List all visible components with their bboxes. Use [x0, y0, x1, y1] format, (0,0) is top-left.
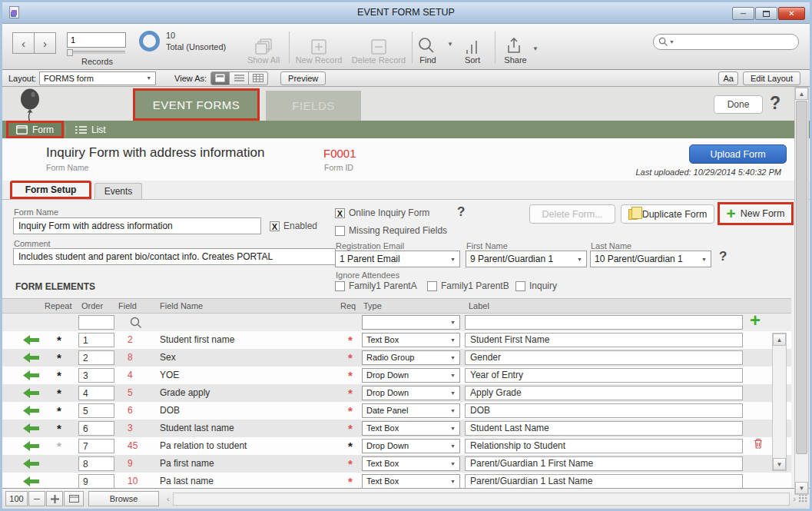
enabled-checkbox-row[interactable]: Enabled: [270, 221, 317, 231]
field-search-icon[interactable]: [130, 317, 142, 329]
move-element-arrow[interactable]: [21, 384, 41, 402]
type-dropdown[interactable]: Drop Down ▼: [362, 439, 460, 453]
ignore-inquiry-row[interactable]: Inquiry: [515, 280, 557, 291]
label-input[interactable]: Year of Entry: [465, 368, 743, 383]
minimize-button[interactable]: ─: [732, 7, 754, 20]
scrollbar-thumb[interactable]: [796, 101, 807, 454]
scroll-up-icon[interactable]: ▲: [773, 333, 786, 346]
quick-find-box[interactable]: ▼: [653, 34, 799, 50]
move-element-arrow[interactable]: [21, 420, 41, 437]
quick-find-input[interactable]: [674, 36, 798, 48]
names-help[interactable]: ?: [719, 249, 727, 264]
mode-selector[interactable]: Browse: [88, 491, 159, 506]
order-input[interactable]: [78, 350, 114, 365]
move-element-arrow[interactable]: [21, 331, 41, 349]
zoom-out-button[interactable]: ─: [28, 491, 45, 506]
record-slider[interactable]: [68, 51, 125, 54]
horizontal-scrollbar[interactable]: [173, 493, 790, 506]
ignore-family1-parenta-row[interactable]: Family1 ParentA: [335, 280, 417, 291]
format-text-button[interactable]: Aa: [718, 71, 737, 85]
delete-record-button[interactable]: Delete Record: [350, 31, 408, 65]
label-input[interactable]: Parent/Guardian 1 First Name: [465, 456, 743, 471]
move-element-arrow[interactable]: [21, 455, 41, 473]
label-input[interactable]: Relationship to Student: [465, 439, 743, 453]
help-button[interactable]: ?: [770, 93, 781, 114]
tab-form-setup[interactable]: Form Setup: [10, 181, 91, 199]
type-dropdown[interactable]: Date Panel ▼: [362, 403, 460, 418]
order-filter-input[interactable]: [78, 315, 114, 330]
duplicate-form-button[interactable]: Duplicate Form: [621, 204, 714, 224]
type-filter-dropdown[interactable]: ▼: [362, 315, 460, 330]
label-input[interactable]: Student First Name: [465, 333, 743, 347]
tab-events[interactable]: Events: [94, 183, 142, 199]
new-form-button[interactable]: + New Form: [718, 202, 794, 225]
maximize-button[interactable]: [755, 7, 777, 20]
previous-record-button[interactable]: ‹: [12, 32, 35, 54]
type-dropdown[interactable]: Text Box ▼: [362, 421, 460, 436]
move-element-arrow[interactable]: [21, 402, 41, 420]
last-name-dropdown[interactable]: 10 Parent/Guardian 1 ▼: [590, 251, 711, 267]
tab-event-forms[interactable]: EVENT FORMS: [133, 88, 260, 121]
online-inquiry-row[interactable]: Online Inquiry Form: [335, 207, 429, 218]
order-input[interactable]: [78, 456, 114, 471]
sort-button[interactable]: Sort: [457, 31, 488, 65]
list-view-button[interactable]: [230, 71, 249, 85]
form-view-button[interactable]: [210, 71, 230, 85]
type-dropdown[interactable]: Drop Down ▼: [362, 386, 460, 400]
preview-button[interactable]: Preview: [280, 71, 326, 85]
add-element-button[interactable]: +: [750, 314, 761, 327]
order-input[interactable]: [78, 386, 114, 400]
ignore-family1-parentb-row[interactable]: Family1 ParentB: [427, 280, 509, 291]
label-input[interactable]: Apply Grade: [465, 386, 743, 400]
scroll-left-icon[interactable]: ‹: [167, 494, 170, 503]
order-input[interactable]: [78, 368, 114, 383]
close-button[interactable]: ✕: [778, 7, 805, 20]
order-input[interactable]: [78, 421, 114, 436]
find-button[interactable]: Find: [413, 31, 443, 65]
family1-parenta-checkbox[interactable]: [335, 281, 345, 291]
resize-grip[interactable]: [799, 494, 808, 503]
type-dropdown[interactable]: Text Box ▼: [362, 474, 460, 489]
zoom-level-button[interactable]: 100: [5, 491, 28, 506]
order-input[interactable]: [78, 474, 114, 489]
online-inquiry-checkbox[interactable]: [335, 208, 345, 218]
table-view-button[interactable]: [249, 71, 268, 85]
done-button[interactable]: Done: [714, 95, 763, 114]
label-input[interactable]: Student Last Name: [465, 421, 743, 436]
comment-input[interactable]: [13, 248, 336, 265]
type-dropdown[interactable]: Radio Group ▼: [362, 350, 460, 365]
move-element-arrow[interactable]: [21, 349, 41, 367]
form-name-input[interactable]: [13, 217, 261, 234]
label-input[interactable]: Gender: [465, 350, 743, 365]
scroll-up-icon[interactable]: ▲: [795, 88, 808, 100]
missing-required-checkbox[interactable]: [335, 226, 345, 236]
type-dropdown[interactable]: Text Box ▼: [362, 456, 460, 471]
registration-email-dropdown[interactable]: 1 Parent Email ▼: [335, 251, 460, 267]
table-scrollbar[interactable]: ▲ ▼: [772, 333, 787, 471]
first-name-dropdown[interactable]: 9 Parent/Guardian 1 ▼: [466, 251, 587, 267]
record-slider-thumb[interactable]: [67, 49, 73, 56]
window-scrollbar[interactable]: ▲ ▼: [794, 87, 809, 495]
list-view-tab[interactable]: List: [68, 121, 114, 138]
search-options-arrow-icon[interactable]: ▼: [669, 39, 674, 45]
inquiry-checkbox[interactable]: [515, 281, 525, 291]
tab-fields[interactable]: FIELDS: [266, 91, 361, 121]
order-input[interactable]: [78, 333, 114, 347]
next-record-button[interactable]: ›: [34, 32, 56, 54]
show-all-button[interactable]: Show All: [240, 31, 287, 65]
order-input[interactable]: [78, 403, 114, 418]
type-dropdown[interactable]: Text Box ▼: [362, 333, 460, 347]
online-inquiry-help[interactable]: ?: [457, 204, 465, 220]
upload-form-button[interactable]: Upload Form: [689, 144, 787, 164]
move-element-arrow[interactable]: [21, 367, 41, 384]
form-view-tab[interactable]: Form: [6, 121, 64, 138]
enabled-checkbox[interactable]: [270, 221, 280, 231]
scroll-right-icon[interactable]: ›: [793, 494, 796, 503]
edit-layout-button[interactable]: Edit Layout: [743, 71, 800, 85]
type-dropdown[interactable]: Drop Down ▼: [362, 368, 460, 383]
label-input[interactable]: DOB: [465, 403, 743, 418]
zoom-in-button[interactable]: [46, 491, 63, 506]
toolbar-toggle-button[interactable]: [64, 491, 84, 506]
move-element-arrow[interactable]: [21, 437, 41, 455]
trash-icon[interactable]: [752, 437, 764, 455]
